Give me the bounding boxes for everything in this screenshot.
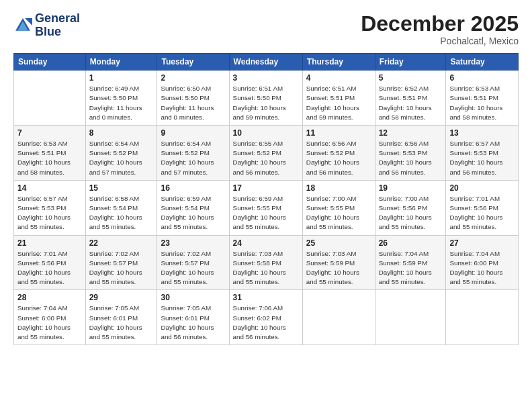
day-number: 18 [306,183,371,193]
day-cell: 22Sunrise: 7:02 AMSunset: 5:57 PMDayligh… [85,235,157,290]
day-info: Sunrise: 7:06 AMSunset: 6:02 PMDaylight:… [233,304,299,342]
day-number: 19 [379,183,443,193]
day-number: 2 [161,73,225,83]
day-info: Sunrise: 6:54 AMSunset: 5:52 PMDaylight:… [161,139,225,177]
day-cell: 29Sunrise: 7:05 AMSunset: 6:01 PMDayligh… [85,290,157,345]
day-info: Sunrise: 6:52 AMSunset: 5:51 PMDaylight:… [379,84,443,122]
day-info: Sunrise: 7:04 AMSunset: 6:00 PMDaylight:… [17,304,82,342]
day-cell: 27Sunrise: 7:04 AMSunset: 6:00 PMDayligh… [446,235,519,290]
day-number: 11 [306,128,371,138]
day-cell: 13Sunrise: 6:57 AMSunset: 5:53 PMDayligh… [446,126,519,181]
day-number: 9 [161,128,225,138]
day-info: Sunrise: 6:53 AMSunset: 5:51 PMDaylight:… [17,139,82,177]
day-number: 8 [89,128,154,138]
day-number: 6 [449,73,515,83]
col-header-monday: Monday [85,54,157,71]
day-info: Sunrise: 6:56 AMSunset: 5:53 PMDaylight:… [379,139,443,177]
day-info: Sunrise: 7:01 AMSunset: 5:56 PMDaylight:… [17,249,82,287]
day-cell: 10Sunrise: 6:55 AMSunset: 5:52 PMDayligh… [229,126,302,181]
day-cell: 21Sunrise: 7:01 AMSunset: 5:56 PMDayligh… [14,235,86,290]
day-info: Sunrise: 7:03 AMSunset: 5:58 PMDaylight:… [233,249,299,287]
day-cell: 4Sunrise: 6:51 AMSunset: 5:51 PMDaylight… [302,71,375,126]
week-row: 21Sunrise: 7:01 AMSunset: 5:56 PMDayligh… [14,235,519,290]
day-cell: 1Sunrise: 6:49 AMSunset: 5:50 PMDaylight… [85,71,157,126]
col-header-tuesday: Tuesday [157,54,229,71]
day-info: Sunrise: 7:04 AMSunset: 5:59 PMDaylight:… [379,249,443,287]
day-info: Sunrise: 6:51 AMSunset: 5:50 PMDaylight:… [233,84,299,122]
day-number: 4 [306,73,371,83]
title-area: December 2025 Pochalcatl, Mexico [361,12,519,46]
col-header-saturday: Saturday [446,54,519,71]
week-row: 14Sunrise: 6:57 AMSunset: 5:53 PMDayligh… [14,180,519,235]
day-number: 22 [89,238,154,248]
day-info: Sunrise: 7:05 AMSunset: 6:01 PMDaylight:… [161,304,225,342]
location: Pochalcatl, Mexico [361,36,519,46]
day-cell: 14Sunrise: 6:57 AMSunset: 5:53 PMDayligh… [14,180,86,235]
day-number: 27 [449,238,515,248]
day-cell: 24Sunrise: 7:03 AMSunset: 5:58 PMDayligh… [229,235,302,290]
day-number: 12 [379,128,443,138]
day-cell: 3Sunrise: 6:51 AMSunset: 5:50 PMDaylight… [229,71,302,126]
day-info: Sunrise: 6:57 AMSunset: 5:53 PMDaylight:… [17,194,82,232]
day-number: 20 [449,183,515,193]
day-cell: 15Sunrise: 6:58 AMSunset: 5:54 PMDayligh… [85,180,157,235]
day-number: 16 [161,183,225,193]
day-number: 29 [89,293,154,302]
day-number: 15 [89,183,154,193]
day-number: 23 [161,238,225,248]
day-number: 14 [17,183,82,193]
day-cell: 16Sunrise: 6:59 AMSunset: 5:54 PMDayligh… [157,180,229,235]
day-number: 26 [379,238,443,248]
day-info: Sunrise: 6:54 AMSunset: 5:52 PMDaylight:… [89,139,154,177]
day-number: 13 [449,128,515,138]
col-header-wednesday: Wednesday [229,54,302,71]
logo-line2: Blue [35,26,80,39]
day-cell: 30Sunrise: 7:05 AMSunset: 6:01 PMDayligh… [157,290,229,345]
day-info: Sunrise: 7:01 AMSunset: 5:56 PMDaylight:… [449,194,515,232]
day-number: 7 [17,128,82,138]
day-cell: 31Sunrise: 7:06 AMSunset: 6:02 PMDayligh… [229,290,302,345]
day-info: Sunrise: 7:05 AMSunset: 6:01 PMDaylight:… [89,304,154,342]
day-info: Sunrise: 7:02 AMSunset: 5:57 PMDaylight:… [89,249,154,287]
day-info: Sunrise: 7:04 AMSunset: 6:00 PMDaylight:… [449,249,515,287]
day-number: 24 [233,238,299,248]
day-cell [446,290,519,345]
day-info: Sunrise: 7:00 AMSunset: 5:55 PMDaylight:… [306,194,371,232]
day-number: 3 [233,73,299,83]
day-number: 17 [233,183,299,193]
day-number: 28 [17,293,82,302]
month-title: December 2025 [361,12,519,36]
day-cell: 26Sunrise: 7:04 AMSunset: 5:59 PMDayligh… [375,235,446,290]
day-cell: 6Sunrise: 6:53 AMSunset: 5:51 PMDaylight… [446,71,519,126]
day-number: 21 [17,238,82,248]
day-info: Sunrise: 6:57 AMSunset: 5:53 PMDaylight:… [449,139,515,177]
week-row: 28Sunrise: 7:04 AMSunset: 6:00 PMDayligh… [14,290,519,345]
day-cell: 25Sunrise: 7:03 AMSunset: 5:59 PMDayligh… [302,235,375,290]
day-cell: 7Sunrise: 6:53 AMSunset: 5:51 PMDaylight… [14,126,86,181]
day-cell: 11Sunrise: 6:56 AMSunset: 5:52 PMDayligh… [302,126,375,181]
day-cell [375,290,446,345]
day-cell: 23Sunrise: 7:02 AMSunset: 5:57 PMDayligh… [157,235,229,290]
col-header-thursday: Thursday [302,54,375,71]
week-row: 7Sunrise: 6:53 AMSunset: 5:51 PMDaylight… [14,126,519,181]
day-info: Sunrise: 7:00 AMSunset: 5:56 PMDaylight:… [379,194,443,232]
day-number: 25 [306,238,371,248]
day-info: Sunrise: 6:55 AMSunset: 5:52 PMDaylight:… [233,139,299,177]
day-info: Sunrise: 6:51 AMSunset: 5:51 PMDaylight:… [306,84,371,122]
day-info: Sunrise: 7:03 AMSunset: 5:59 PMDaylight:… [306,249,371,287]
day-cell: 18Sunrise: 7:00 AMSunset: 5:55 PMDayligh… [302,180,375,235]
day-info: Sunrise: 6:50 AMSunset: 5:50 PMDaylight:… [161,84,225,122]
day-cell: 20Sunrise: 7:01 AMSunset: 5:56 PMDayligh… [446,180,519,235]
logo-icon [13,16,32,35]
logo-text: General Blue [35,12,80,39]
day-cell: 28Sunrise: 7:04 AMSunset: 6:00 PMDayligh… [14,290,86,345]
col-header-friday: Friday [375,54,446,71]
day-cell: 2Sunrise: 6:50 AMSunset: 5:50 PMDaylight… [157,71,229,126]
header: General Blue December 2025 Pochalcatl, M… [13,12,519,46]
day-cell [14,71,86,126]
day-cell: 17Sunrise: 6:59 AMSunset: 5:55 PMDayligh… [229,180,302,235]
day-info: Sunrise: 6:49 AMSunset: 5:50 PMDaylight:… [89,84,154,122]
day-cell: 5Sunrise: 6:52 AMSunset: 5:51 PMDaylight… [375,71,446,126]
day-cell: 12Sunrise: 6:56 AMSunset: 5:53 PMDayligh… [375,126,446,181]
day-cell: 8Sunrise: 6:54 AMSunset: 5:52 PMDaylight… [85,126,157,181]
